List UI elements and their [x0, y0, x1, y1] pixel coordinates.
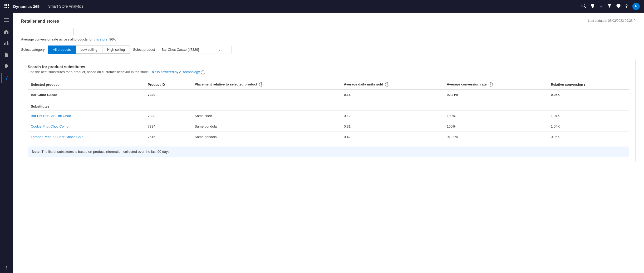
- substitute-row-3: Larabar Peanut Butter Choco Chip 7616 Sa…: [28, 132, 629, 142]
- substitute-2-relative: 1.04X: [548, 121, 629, 132]
- brand-name: Dynamics 365: [13, 4, 40, 9]
- app-module-name: Smart Store Analytics: [44, 4, 83, 8]
- product-dropdown-value: Bar Choc Cacao [#7329]: [161, 48, 199, 52]
- svg-rect-15: [8, 43, 8, 45]
- selected-product-row: Bar Choc Cacao 7329 - 0.16 92.31% 0.96X: [28, 89, 629, 100]
- selected-product-placement: -: [191, 89, 341, 100]
- selected-product-relative: 0.96X: [548, 89, 629, 100]
- product-dropdown-chevron-icon: ⌄: [218, 48, 221, 52]
- store-selector: ⌄: [21, 28, 636, 35]
- svg-rect-5: [8, 5, 9, 6]
- substitute-1-name[interactable]: Bar Pnt Bttr Bnn Drk Choc: [28, 111, 145, 121]
- sidebar-item-analytics[interactable]: [1, 38, 12, 48]
- note-label: Note:: [32, 150, 41, 154]
- user-avatar[interactable]: N: [632, 3, 640, 10]
- help-icon[interactable]: ?: [625, 4, 628, 9]
- selected-product-id: 7329: [145, 89, 191, 100]
- substitute-row-1: Bar Pnt Bttr Bnn Drk Choc 7328 Same shel…: [28, 111, 629, 121]
- substitute-3-conversion: 91.89%: [444, 132, 548, 142]
- lightbulb-icon[interactable]: [591, 4, 595, 9]
- substitute-3-name[interactable]: Larabar Peanut Butter Choco Chip: [28, 132, 145, 142]
- selected-product-name: Bar Choc Cacao: [28, 89, 145, 100]
- substitute-1-conversion: 100%: [444, 111, 548, 121]
- svg-rect-12: [4, 43, 5, 45]
- svg-point-16: [6, 266, 7, 267]
- units-info-icon[interactable]: i: [385, 82, 389, 87]
- settings-icon[interactable]: [616, 4, 621, 9]
- placement-info-icon[interactable]: i: [259, 82, 263, 87]
- store-dropdown-chevron-icon: ⌄: [68, 30, 70, 33]
- substitute-2-name[interactable]: Cookie Pnut Choc Comp: [28, 121, 145, 132]
- btn-high-selling[interactable]: High selling: [102, 46, 130, 54]
- substitute-3-placement: Same gondola: [191, 132, 341, 142]
- last-updated-text: Last updated: 05/03/2023 09:35 P: [588, 19, 636, 23]
- svg-rect-3: [4, 5, 6, 6]
- product-label: Select product: [133, 48, 155, 52]
- sidebar-item-more[interactable]: [1, 262, 12, 273]
- substitute-1-placement: Same shelf: [191, 111, 341, 121]
- note-text: The list of substitutes is based on prod…: [42, 150, 170, 154]
- ai-info-icon[interactable]: i: [201, 70, 205, 74]
- substitute-2-units: 0.31: [341, 121, 444, 132]
- conversion-note-prefix: Average conversion rate across all produ…: [21, 37, 94, 41]
- note-box: Note: The list of substitutes is based o…: [28, 146, 629, 157]
- search-icon[interactable]: [582, 4, 586, 9]
- svg-rect-8: [8, 7, 9, 8]
- left-sidebar: [0, 13, 13, 273]
- svg-rect-0: [4, 4, 6, 5]
- svg-point-18: [6, 269, 7, 270]
- col-header-id: Product ID: [145, 80, 191, 90]
- substitutes-description: Find the best substitutes for a product,…: [28, 70, 629, 74]
- search-desc-prefix: Find the best substitutes for a product,…: [28, 70, 150, 74]
- filter-row: Select category All products Low selling…: [21, 46, 636, 54]
- product-dropdown[interactable]: Bar Choc Cacao [#7329] ⌄: [158, 46, 232, 53]
- top-navigation: Dynamics 365 Smart Store Analytics + ? N: [0, 0, 644, 13]
- svg-rect-2: [8, 4, 9, 5]
- svg-rect-13: [6, 42, 6, 45]
- plus-icon[interactable]: +: [599, 3, 603, 9]
- sidebar-item-home[interactable]: [1, 26, 12, 37]
- substitute-1-relative: 1.04X: [548, 111, 629, 121]
- store-dropdown[interactable]: ⌄: [21, 28, 74, 35]
- selected-product-units: 0.16: [341, 89, 444, 100]
- category-btn-group: All products Low selling High selling: [48, 46, 130, 54]
- btn-low-selling[interactable]: Low selling: [76, 46, 102, 54]
- conversion-note-suffix: : 96%: [107, 37, 116, 41]
- col-header-units: Average daily units sold i: [341, 80, 444, 90]
- topnav-action-icons: + ? N: [582, 3, 640, 10]
- svg-rect-9: [4, 18, 9, 19]
- substitute-3-units: 0.42: [341, 132, 444, 142]
- svg-point-17: [6, 267, 7, 268]
- substitute-3-relative: 0.96X: [548, 132, 629, 142]
- substitute-2-conversion: 100%: [444, 121, 548, 132]
- page-title: Retailer and stores: [21, 19, 59, 24]
- sidebar-item-insights[interactable]: [1, 61, 12, 72]
- svg-rect-10: [4, 20, 9, 20]
- selected-product-conversion: 92.31%: [444, 89, 548, 100]
- sidebar-item-menu[interactable]: [1, 15, 12, 25]
- substitutes-table: Selected product Product ID Placement re…: [28, 80, 629, 143]
- substitutes-section-label: Substitutes: [28, 100, 629, 111]
- sidebar-item-substitutes[interactable]: [1, 73, 12, 83]
- conversion-info-icon[interactable]: i: [489, 82, 493, 87]
- svg-rect-6: [4, 7, 6, 8]
- btn-all-products[interactable]: All products: [48, 46, 76, 54]
- col-header-name: Selected product: [28, 80, 145, 90]
- col-header-relative: Relative conversion r: [548, 80, 629, 90]
- substitutes-header-row: Substitutes: [28, 100, 629, 111]
- svg-rect-7: [6, 7, 7, 8]
- substitute-3-id: 7616: [145, 132, 191, 142]
- svg-rect-14: [7, 41, 8, 45]
- svg-rect-4: [6, 5, 7, 6]
- col-header-placement: Placement relative to selected product i: [191, 80, 341, 90]
- substitute-row-2: Cookie Pnut Choc Comp 7334 Same gondola …: [28, 121, 629, 132]
- sidebar-item-reports[interactable]: [1, 49, 12, 60]
- svg-rect-11: [4, 21, 9, 22]
- substitute-2-id: 7334: [145, 121, 191, 132]
- substitutes-section: Search for product substitutes Find the …: [21, 59, 636, 162]
- filter-icon[interactable]: [607, 4, 612, 9]
- waffle-menu-icon[interactable]: [4, 3, 9, 9]
- conversion-rate-note: Average conversion rate across all produ…: [21, 37, 636, 41]
- substitutes-title: Search for product substitutes: [28, 64, 629, 69]
- substitute-1-id: 7328: [145, 111, 191, 121]
